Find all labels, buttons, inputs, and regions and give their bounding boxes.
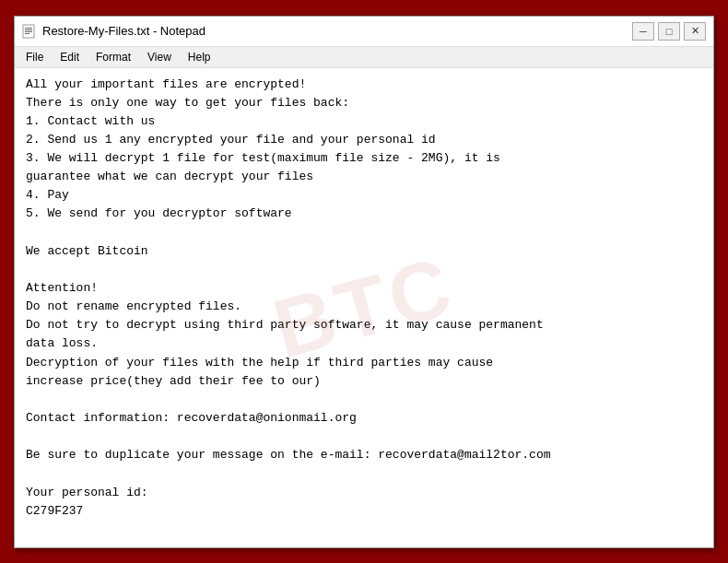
app-icon [22, 24, 37, 39]
svg-rect-3 [25, 31, 32, 32]
menu-bar: File Edit Format View Help [15, 47, 713, 68]
menu-help[interactable]: Help [181, 49, 218, 65]
notepad-window: Restore-My-Files.txt - Notepad ─ □ ✕ Fil… [14, 16, 714, 548]
text-content-area[interactable]: BTC All your important files are encrypt… [15, 68, 713, 547]
svg-rect-1 [25, 28, 32, 29]
svg-rect-4 [25, 33, 29, 34]
menu-view[interactable]: View [140, 49, 179, 65]
minimize-button[interactable]: ─ [632, 22, 654, 41]
ransom-note-text: All your important files are encrypted! … [26, 76, 702, 521]
window-title: Restore-My-Files.txt - Notepad [42, 24, 632, 38]
svg-rect-2 [25, 29, 32, 30]
menu-file[interactable]: File [18, 49, 51, 65]
title-bar: Restore-My-Files.txt - Notepad ─ □ ✕ [15, 17, 713, 47]
close-button[interactable]: ✕ [684, 22, 706, 41]
menu-edit[interactable]: Edit [53, 49, 87, 65]
maximize-button[interactable]: □ [658, 22, 680, 41]
window-controls: ─ □ ✕ [632, 22, 706, 41]
menu-format[interactable]: Format [88, 49, 138, 65]
